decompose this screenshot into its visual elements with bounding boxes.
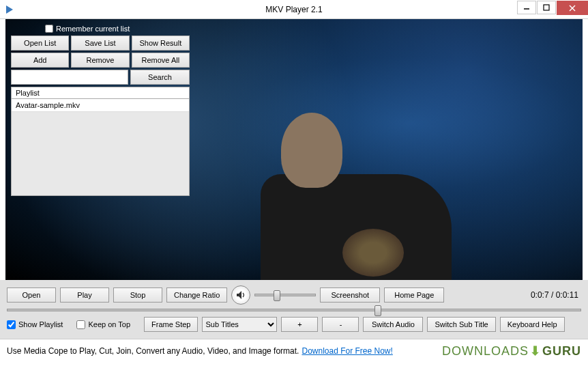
frame-step-button[interactable]: Frame Step <box>144 317 198 332</box>
search-button[interactable]: Search <box>130 70 190 85</box>
home-page-button[interactable]: Home Page <box>384 287 444 303</box>
stop-button[interactable]: Stop <box>113 287 162 303</box>
remember-list-checkbox[interactable] <box>45 25 53 33</box>
subtitles-select[interactable]: Sub Titles <box>202 317 277 332</box>
brand-logo: DOWNLOADS⬇GURU <box>442 343 581 359</box>
video-area[interactable]: Remember current list Open List Save Lis… <box>5 19 583 280</box>
switch-audio-button[interactable]: Switch Audio <box>363 317 423 332</box>
svg-rect-2 <box>544 5 549 10</box>
search-input[interactable] <box>11 70 128 85</box>
keep-on-top-checkbox[interactable] <box>76 320 85 329</box>
playlist-item[interactable]: Avatar-sample.mkv <box>12 99 189 112</box>
volume-icon[interactable] <box>231 285 250 305</box>
show-playlist-checkbox[interactable] <box>7 320 16 329</box>
remember-list-label: Remember current list <box>56 25 130 33</box>
plus-button[interactable]: + <box>281 317 318 332</box>
remove-button[interactable]: Remove <box>71 53 129 68</box>
show-result-button[interactable]: Show Result <box>132 36 190 51</box>
time-display: 0:0:7 / 0:0:11 <box>531 290 581 300</box>
volume-slider[interactable] <box>254 294 316 296</box>
remove-all-button[interactable]: Remove All <box>132 53 190 68</box>
close-button[interactable] <box>557 1 588 15</box>
show-playlist-label: Show Playlist <box>18 320 63 328</box>
add-button[interactable]: Add <box>11 53 69 68</box>
download-link[interactable]: Download For Free Now! <box>302 346 392 356</box>
app-icon <box>4 4 15 15</box>
keyboard-help-button[interactable]: Keyboard Help <box>500 317 565 332</box>
minus-button[interactable]: - <box>322 317 359 332</box>
playlist-header: Playlist <box>11 87 190 99</box>
keep-on-top-label: Keep on Top <box>88 320 130 328</box>
switch-subtitle-button[interactable]: Switch Sub Title <box>427 317 495 332</box>
open-list-button[interactable]: Open List <box>11 36 69 51</box>
playlist-panel: Remember current list Open List Save Lis… <box>11 25 190 196</box>
svg-marker-5 <box>237 291 241 299</box>
open-button[interactable]: Open <box>7 287 56 303</box>
save-list-button[interactable]: Save List <box>71 36 129 51</box>
footer: Use Media Cope to Play, Cut, Join, Conve… <box>0 339 588 363</box>
controls-panel: Open Play Stop Change Ratio Screenshot H… <box>0 280 588 339</box>
titlebar: MKV Player 2.1 <box>0 0 588 19</box>
playlist-box[interactable]: Avatar-sample.mkv <box>11 99 190 196</box>
footer-text: Use Media Cope to Play, Cut, Join, Conve… <box>7 346 299 356</box>
maximize-button[interactable] <box>537 1 556 14</box>
minimize-button[interactable] <box>517 1 536 14</box>
play-button[interactable]: Play <box>60 287 109 303</box>
window-controls <box>517 0 588 18</box>
window-title: MKV Player 2.1 <box>265 5 322 14</box>
svg-marker-0 <box>6 5 13 14</box>
change-ratio-button[interactable]: Change Ratio <box>166 287 227 303</box>
seek-slider[interactable] <box>7 309 581 311</box>
video-content-placeholder <box>261 92 479 270</box>
download-icon: ⬇ <box>530 343 541 359</box>
screenshot-button[interactable]: Screenshot <box>320 287 380 303</box>
